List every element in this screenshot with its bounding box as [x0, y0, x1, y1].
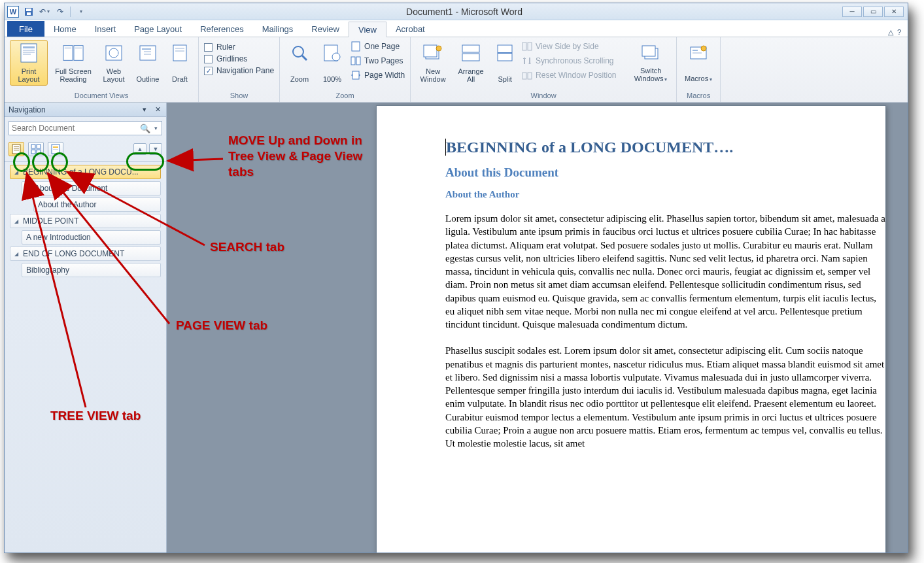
qat-save-button[interactable] [23, 6, 35, 18]
gridlines-label: Gridlines [216, 54, 247, 63]
nav-pane-label: Navigation Pane [216, 66, 274, 75]
tree-item[interactable]: ◢About this Document [22, 181, 161, 196]
svg-rect-55 [53, 146, 58, 148]
nav-search-box[interactable]: 🔍 ▾ [9, 121, 162, 135]
file-tab[interactable]: File [7, 21, 44, 37]
svg-rect-41 [642, 46, 655, 56]
full-screen-reading-button[interactable]: Full Screen Reading [52, 40, 95, 86]
quick-access-toolbar: W ↶▾ ↷ ▾ [5, 6, 86, 18]
titlebar: W ↶▾ ↷ ▾ Document1 - Microsoft Word ─ ▭ … [5, 3, 908, 20]
tab-view[interactable]: View [349, 22, 386, 37]
view-side-by-side-button[interactable]: View Side by Side [522, 40, 626, 53]
document-page[interactable]: BEGINNING of a LONG DOCUMENT…. About thi… [376, 105, 886, 553]
search-dropdown[interactable]: ▾ [153, 125, 159, 131]
search-input[interactable] [12, 124, 137, 133]
nav-tab-pages[interactable] [28, 142, 44, 156]
new-window-button[interactable]: New Window [416, 40, 450, 86]
draft-button[interactable]: Draft [167, 40, 193, 86]
outline-button[interactable]: Outline [133, 40, 163, 86]
tab-review[interactable]: Review [302, 21, 349, 37]
ribbon-body: Print Layout Full Screen Reading Web Lay… [5, 37, 908, 103]
svg-rect-38 [522, 73, 526, 79]
tree-item[interactable]: A new Introduction [22, 230, 161, 245]
tree-item-label: MIDDLE POINT [23, 216, 78, 226]
doc-paragraph-2[interactable]: Phasellus suscipit sodales est. Lorem ip… [445, 344, 885, 450]
macros-button[interactable]: Macros▾ [682, 40, 715, 86]
zoom-label: Zoom [290, 75, 309, 83]
svg-rect-33 [462, 54, 479, 61]
zoom-button[interactable]: Zoom [285, 40, 314, 86]
svg-rect-20 [175, 50, 184, 52]
svg-rect-7 [23, 54, 31, 55]
page-width-button[interactable]: Page Width [351, 69, 405, 82]
ribbon-collapse[interactable]: △ ? [888, 28, 908, 37]
arrange-all-button[interactable]: Arrange All [454, 40, 488, 86]
svg-rect-48 [14, 148, 19, 148]
one-page-button[interactable]: One Page [351, 40, 405, 53]
qat-redo-button[interactable]: ↷ [54, 6, 66, 18]
tree-item-label: About the Author [38, 200, 96, 209]
group-show: Ruler Gridlines ✓Navigation Pane Show [199, 37, 280, 102]
svg-rect-2 [27, 12, 31, 15]
nav-close-button[interactable]: ✕ [153, 105, 162, 114]
tab-references[interactable]: References [191, 21, 252, 37]
caret-icon: ◢ [14, 218, 20, 224]
svg-rect-26 [351, 57, 355, 65]
nav-next-button[interactable]: ▼ [149, 143, 162, 155]
svg-rect-28 [352, 71, 359, 79]
tree-item-label: BEGINNING of a LONG DOCU... [23, 167, 139, 177]
navigation-title: Navigation [9, 105, 46, 114]
split-icon [494, 43, 515, 63]
navigation-pane-checkbox[interactable]: ✓Navigation Pane [204, 66, 274, 75]
svg-rect-19 [175, 48, 184, 49]
gridlines-checkbox[interactable]: Gridlines [204, 54, 274, 63]
tree-item[interactable]: About the Author [33, 197, 161, 212]
switch-windows-button[interactable]: Switch Windows▾ [630, 40, 671, 86]
nav-tab-headings[interactable] [9, 142, 24, 156]
qat-undo-button[interactable]: ↶▾ [39, 6, 50, 18]
svg-rect-27 [356, 57, 360, 65]
document-area[interactable]: BEGINNING of a LONG DOCUMENT…. About thi… [167, 103, 908, 553]
doc-heading-1[interactable]: BEGINNING of a LONG DOCUMENT…. [445, 139, 885, 156]
tab-acrobat[interactable]: Acrobat [386, 21, 434, 37]
tree-item[interactable]: ◢END OF LONG DOCUMENT [10, 247, 161, 261]
web-layout-icon [103, 43, 124, 63]
doc-heading-3[interactable]: About the Author [445, 189, 885, 200]
maximize-button[interactable]: ▭ [863, 7, 883, 17]
print-layout-label: Print Layout [12, 67, 46, 83]
svg-rect-1 [26, 9, 31, 11]
synchronous-scrolling-button[interactable]: Synchronous Scrolling [522, 54, 626, 67]
print-layout-button[interactable]: Print Layout [10, 40, 48, 86]
tab-mailings[interactable]: Mailings [253, 21, 303, 37]
doc-heading-2[interactable]: About this Document [445, 165, 885, 180]
minimize-button[interactable]: ─ [842, 7, 862, 17]
tab-home[interactable]: Home [44, 21, 86, 37]
doc-paragraph-1[interactable]: Lorem ipsum dolor sit amet, consectetur … [445, 212, 885, 331]
svg-rect-30 [424, 45, 437, 57]
svg-rect-39 [528, 73, 532, 79]
close-button[interactable]: ✕ [884, 7, 904, 17]
tree-item[interactable]: ◢BEGINNING of a LONG DOCU... [10, 165, 161, 179]
tree-item[interactable]: Bibliography [22, 263, 161, 277]
qat-customize-button[interactable]: ▾ [75, 6, 86, 18]
tab-page-layout[interactable]: Page Layout [125, 21, 191, 37]
search-icon[interactable]: 🔍 [137, 124, 153, 133]
svg-rect-6 [23, 52, 35, 53]
nav-tab-results[interactable] [48, 142, 63, 156]
group-macros: Macros▾ Macros [677, 37, 721, 102]
new-window-label: New Window [418, 67, 448, 83]
ruler-checkbox[interactable]: Ruler [204, 43, 274, 52]
svg-rect-16 [144, 51, 151, 52]
nav-prev-button[interactable]: ▲ [133, 143, 146, 155]
nav-dropdown-button[interactable]: ▾ [140, 105, 149, 114]
tree-item-label: END OF LONG DOCUMENT [23, 249, 124, 258]
split-button[interactable]: Split [492, 40, 518, 86]
caret-icon: ◢ [14, 251, 20, 257]
two-pages-button[interactable]: Two Pages [351, 54, 405, 67]
web-layout-button[interactable]: Web Layout [99, 40, 129, 86]
tree-item[interactable]: ◢MIDDLE POINT [10, 214, 161, 228]
nav-move-controls: ▲ ▼ [133, 143, 162, 155]
reset-window-position-button[interactable]: Reset Window Position [522, 69, 626, 82]
tab-insert[interactable]: Insert [86, 21, 126, 37]
zoom-100-button[interactable]: 100% [318, 40, 347, 86]
